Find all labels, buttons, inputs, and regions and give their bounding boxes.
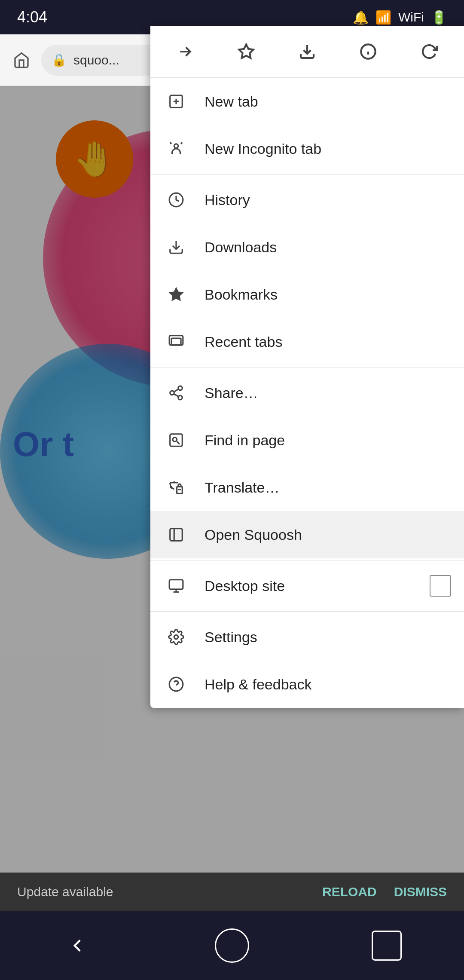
bookmarks-label: Bookmarks (205, 286, 451, 303)
history-label: History (205, 192, 451, 208)
signal-icon: 📶 (375, 10, 391, 25)
refresh-button[interactable] (412, 34, 446, 69)
dismiss-button[interactable]: DISMISS (394, 885, 447, 899)
menu-items-container: New tabNew Incognito tabHistoryDownloads… (150, 78, 464, 708)
svg-line-12 (170, 143, 171, 144)
menu-item-new-incognito-tab[interactable]: New Incognito tab (150, 125, 464, 172)
menu-item-find-in-page[interactable]: Find in page (150, 416, 464, 464)
home-button[interactable] (9, 47, 34, 73)
recents-button[interactable] (365, 928, 408, 963)
back-button[interactable] (56, 928, 99, 963)
recent-tabs-icon (163, 329, 189, 355)
svg-marker-1 (239, 44, 253, 58)
menu-divider (150, 560, 464, 560)
svg-line-13 (181, 143, 182, 144)
menu-item-settings[interactable]: Settings (150, 613, 464, 661)
menu-toolbar (150, 26, 464, 78)
nav-bar (0, 911, 464, 980)
menu-item-open-squoosh[interactable]: Open Squoosh (150, 511, 464, 558)
menu-item-desktop-site[interactable]: Desktop site (150, 562, 464, 609)
open-squoosh-label: Open Squoosh (205, 527, 451, 543)
recent-tabs-label: Recent tabs (205, 334, 451, 350)
find-in-page-label: Find in page (205, 432, 451, 449)
desktop-site-checkbox[interactable] (430, 575, 451, 597)
bookmarks-icon (163, 282, 189, 307)
menu-item-share[interactable]: Share… (150, 369, 464, 416)
svg-point-19 (178, 386, 183, 390)
reload-button[interactable]: RELOAD (322, 885, 377, 899)
open-squoosh-icon (163, 522, 189, 548)
wifi-icon: WiFi (398, 10, 424, 24)
update-message: Update available (17, 885, 113, 899)
lock-icon: 🔒 (52, 53, 67, 67)
settings-label: Settings (205, 629, 451, 646)
menu-item-new-tab[interactable]: New tab (150, 78, 464, 125)
translate-label: Translate… (205, 479, 451, 496)
menu-item-downloads[interactable]: Downloads (150, 224, 464, 271)
battery-icon: 🔋 (431, 10, 447, 25)
downloads-icon (163, 234, 189, 260)
svg-point-25 (173, 438, 177, 441)
menu-item-bookmarks[interactable]: Bookmarks (150, 271, 464, 318)
svg-point-20 (170, 391, 174, 395)
desktop-site-label: Desktop site (205, 578, 414, 594)
desktop-site-icon (163, 573, 189, 599)
share-icon (163, 380, 189, 406)
info-button[interactable] (351, 34, 385, 69)
history-icon (163, 187, 189, 213)
translate-icon (163, 475, 189, 500)
menu-item-help-feedback[interactable]: Help & feedback (150, 661, 464, 708)
svg-point-21 (178, 395, 183, 400)
new-incognito-tab-icon (163, 136, 189, 162)
update-actions: RELOAD DISMISS (322, 885, 447, 899)
settings-icon (163, 624, 189, 650)
downloads-label: Downloads (205, 239, 451, 256)
menu-item-history[interactable]: History (150, 176, 464, 224)
new-tab-icon (163, 89, 189, 114)
help-feedback-icon (163, 671, 189, 697)
menu-divider (150, 367, 464, 368)
context-menu: New tabNew Incognito tabHistoryDownloads… (150, 26, 464, 708)
forward-button[interactable] (168, 34, 202, 69)
notification-icon: 🔔 (353, 10, 369, 25)
menu-divider (150, 174, 464, 175)
new-tab-label: New tab (205, 93, 451, 110)
find-in-page-icon (163, 427, 189, 453)
svg-point-9 (174, 144, 178, 148)
svg-line-22 (174, 394, 179, 396)
home-nav-button[interactable] (211, 928, 253, 963)
svg-line-23 (174, 389, 179, 392)
download-button[interactable] (290, 34, 324, 69)
menu-item-translate[interactable]: Translate… (150, 464, 464, 511)
help-feedback-label: Help & feedback (205, 676, 451, 693)
status-time: 4:04 (17, 8, 47, 26)
update-bar: Update available RELOAD DISMISS (0, 873, 464, 911)
bookmark-button[interactable] (229, 34, 263, 69)
svg-line-26 (177, 441, 180, 444)
svg-rect-18 (171, 338, 181, 345)
new-incognito-tab-label: New Incognito tab (205, 141, 451, 157)
svg-rect-30 (169, 580, 183, 589)
svg-marker-16 (169, 288, 183, 300)
share-label: Share… (205, 385, 451, 401)
svg-point-33 (174, 635, 178, 639)
menu-divider (150, 611, 464, 612)
status-icons: 🔔 📶 WiFi 🔋 (353, 10, 447, 25)
svg-rect-29 (170, 529, 183, 541)
menu-item-recent-tabs[interactable]: Recent tabs (150, 318, 464, 365)
